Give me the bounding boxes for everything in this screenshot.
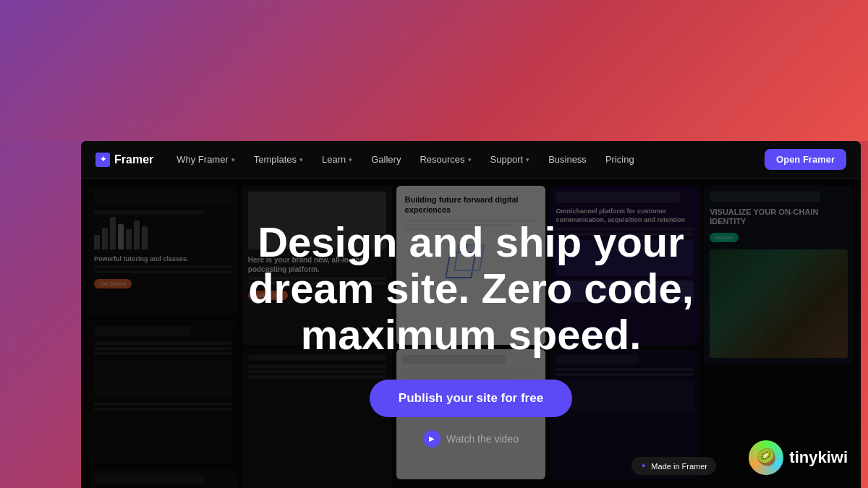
chevron-icon: ▾	[231, 156, 235, 163]
logo-icon: ✦	[95, 153, 110, 167]
nav-business[interactable]: Business	[540, 150, 595, 169]
tinykiwi-badge: 🥝 tinykiwi	[749, 440, 848, 475]
hero-content: Design and ship your dream site. Zero co…	[81, 179, 861, 488]
nav-why-framer[interactable]: Why Framer ▾	[168, 150, 244, 169]
open-framer-button[interactable]: Open Framer	[765, 149, 846, 170]
nav-learn[interactable]: Learn ▾	[313, 150, 361, 169]
chevron-icon: ▾	[299, 156, 303, 163]
nav-items: Why Framer ▾ Templates ▾ Learn ▾ Gallery…	[168, 150, 765, 169]
tinykiwi-logo-icon: 🥝	[749, 440, 783, 475]
navbar: ✦ Framer Why Framer ▾ Templates ▾ Learn …	[81, 141, 861, 179]
nav-pricing[interactable]: Pricing	[597, 150, 643, 169]
chevron-icon: ▾	[468, 156, 472, 163]
browser-window: ✦ Framer Why Framer ▾ Templates ▾ Learn …	[81, 141, 861, 488]
hero-section: Powerful tutoring and classes. Get Start…	[81, 179, 861, 488]
tinykiwi-text: tinykiwi	[789, 448, 848, 467]
made-in-framer-badge: ✦ Made in Framer	[631, 457, 716, 475]
logo-text: Framer	[114, 153, 153, 166]
nav-gallery[interactable]: Gallery	[362, 150, 409, 169]
chevron-icon: ▾	[526, 156, 529, 163]
logo[interactable]: ✦ Framer	[95, 153, 153, 167]
nav-support[interactable]: Support ▾	[482, 150, 539, 169]
hero-title: Design and ship your dream site. Zero co…	[248, 219, 694, 357]
nav-templates[interactable]: Templates ▾	[245, 150, 312, 169]
watch-video-link[interactable]: ▶ Watch the video	[423, 430, 519, 448]
chevron-icon: ▾	[349, 156, 352, 163]
publish-cta-button[interactable]: Publish your site for free	[370, 380, 572, 417]
play-icon: ▶	[423, 430, 441, 448]
framer-icon: ✦	[640, 461, 647, 471]
nav-resources[interactable]: Resources ▾	[411, 150, 480, 169]
browser-background	[0, 0, 868, 141]
